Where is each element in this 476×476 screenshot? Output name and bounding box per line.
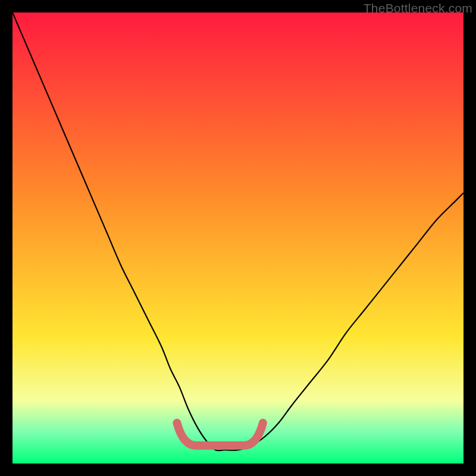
gradient-background (12, 12, 464, 464)
chart-frame: TheBottleneck.com (0, 0, 476, 476)
bottleneck-chart (12, 12, 464, 464)
watermark-text: TheBottleneck.com (364, 1, 472, 15)
plot-area (12, 12, 464, 464)
